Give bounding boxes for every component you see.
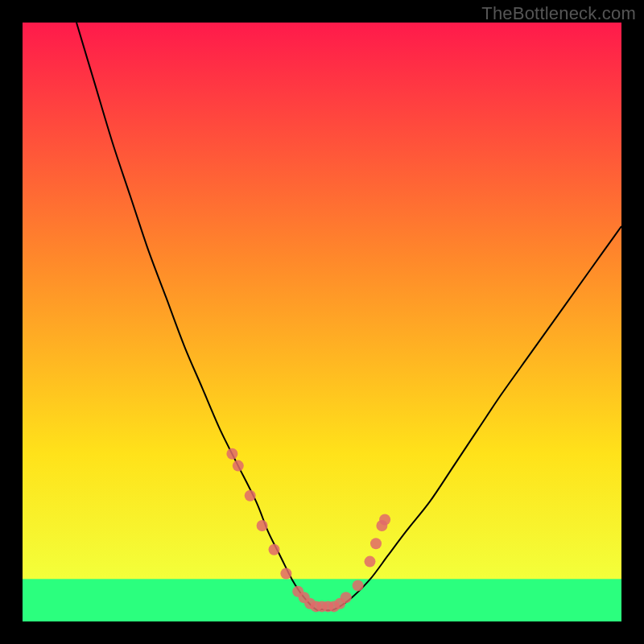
highlight-dot — [280, 568, 291, 580]
highlight-dot — [365, 556, 376, 568]
highlight-dot — [341, 592, 352, 603]
watermark-label: TheBottleneck.com — [481, 3, 636, 24]
chart-plot-area — [23, 23, 621, 621]
highlight-dot — [226, 448, 237, 460]
chart-outer-frame: TheBottleneck.com — [0, 0, 644, 644]
highlight-dot — [233, 460, 244, 472]
highlight-dot — [379, 514, 390, 526]
highlight-dot — [353, 580, 364, 591]
bottleneck-curve — [76, 23, 621, 610]
highlight-dot — [370, 538, 382, 549]
highlight-dot — [257, 520, 268, 531]
highlight-dots-group — [226, 448, 390, 613]
chart-curve-layer — [23, 23, 621, 621]
highlight-dot — [245, 490, 256, 502]
highlight-dot — [269, 544, 280, 555]
